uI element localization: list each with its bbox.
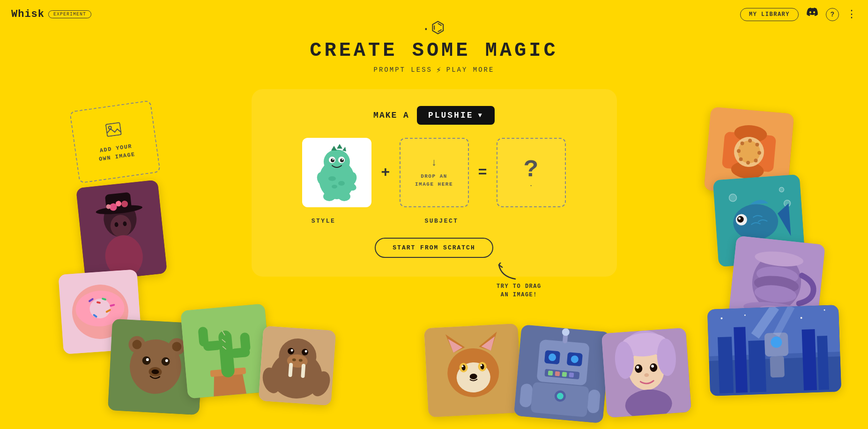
plus-operator: +	[381, 164, 390, 181]
scattered-image-scene[interactable]	[707, 305, 841, 396]
svg-rect-134	[555, 371, 560, 376]
result-question-mark: ?	[524, 158, 538, 182]
drop-arrow-icon: ↓	[431, 157, 437, 169]
add-own-image-card[interactable]: ADD YOUROWN IMAGE	[69, 100, 161, 184]
make-a-row: MAKE A PLUSHIE ▼	[373, 106, 495, 125]
logo-area: Whisk EXPERIMENT	[11, 8, 91, 20]
svg-point-6	[333, 159, 334, 160]
svg-rect-161	[817, 336, 829, 390]
more-icon[interactable]: ⋮	[846, 8, 857, 21]
svg-point-12	[338, 181, 345, 186]
labels-row: STYLE SUBJECT	[289, 218, 579, 225]
header: Whisk EXPERIMENT MY LIBRARY ? ⋮	[0, 0, 868, 29]
svg-rect-159	[748, 340, 766, 392]
svg-point-96	[779, 187, 784, 192]
dropdown-arrow: ▼	[478, 112, 483, 119]
scattered-image-man[interactable]	[76, 180, 167, 281]
svg-rect-19	[105, 122, 121, 136]
subject-label: SUBJECT	[407, 218, 476, 225]
svg-marker-9	[337, 144, 342, 149]
svg-rect-133	[548, 370, 553, 376]
drag-hint-text: TRY TO DRAGAN IMAGE!	[497, 282, 542, 299]
svg-point-18	[338, 192, 350, 201]
subtitle-left: PROMPT LESS	[374, 66, 432, 74]
my-library-button[interactable]: MY LIBRARY	[740, 8, 799, 21]
svg-marker-8	[331, 146, 337, 151]
drag-hint: TRY TO DRAGAN IMAGE!	[497, 263, 542, 299]
images-row: + ↓ DROP ANIMAGE HERE = ? •	[302, 138, 565, 207]
main-card: MAKE A PLUSHIE ▼	[252, 89, 617, 277]
header-right: MY LIBRARY ? ⋮	[740, 8, 857, 21]
svg-rect-136	[569, 372, 574, 377]
scattered-image-robot[interactable]	[514, 324, 610, 423]
result-slot: ? •	[497, 138, 566, 207]
equals-operator: =	[478, 164, 487, 181]
svg-point-95	[729, 194, 737, 202]
svg-rect-164	[770, 356, 785, 377]
discord-icon[interactable]	[806, 8, 818, 21]
lightning-icon: ⚡	[436, 65, 443, 75]
svg-rect-135	[562, 372, 567, 377]
svg-point-1	[324, 150, 350, 174]
svg-point-11	[328, 176, 336, 181]
hero-title: CREATE SOME MAGIC	[310, 39, 558, 62]
plushie-dropdown[interactable]: PLUSHIE ▼	[417, 106, 495, 125]
svg-rect-157	[718, 337, 734, 393]
help-icon[interactable]: ?	[826, 8, 839, 21]
drop-text: DROP ANIMAGE HERE	[415, 173, 453, 188]
subject-drop-zone[interactable]: ↓ DROP ANIMAGE HERE	[400, 138, 469, 207]
svg-rect-158	[734, 327, 748, 393]
scattered-image-purple-hair[interactable]	[601, 328, 691, 418]
make-a-label: MAKE A	[373, 111, 409, 120]
app-logo: Whisk	[11, 8, 45, 20]
svg-marker-10	[342, 147, 346, 151]
add-image-icon	[105, 122, 122, 141]
style-image-slot[interactable]	[302, 138, 371, 207]
subtitle-right: PLAY MORE	[446, 66, 495, 74]
svg-point-17	[323, 192, 335, 201]
scattered-image-fox[interactable]	[424, 324, 522, 417]
svg-point-7	[342, 159, 343, 160]
experiment-badge: EXPERIMENT	[48, 10, 91, 18]
add-own-text: ADD YOUROWN IMAGE	[97, 142, 136, 164]
scattered-image-cactus[interactable]	[180, 304, 272, 399]
scattered-image-walrus[interactable]	[259, 326, 336, 406]
svg-point-13	[332, 185, 337, 188]
svg-rect-160	[801, 329, 817, 391]
style-label: STYLE	[289, 218, 358, 225]
dropdown-label: PLUSHIE	[428, 111, 474, 120]
start-from-scratch-button[interactable]: START FROM SCRATCH	[375, 238, 493, 258]
hero-subtitle: PROMPT LESS ⚡ PLAY MORE	[374, 65, 495, 75]
